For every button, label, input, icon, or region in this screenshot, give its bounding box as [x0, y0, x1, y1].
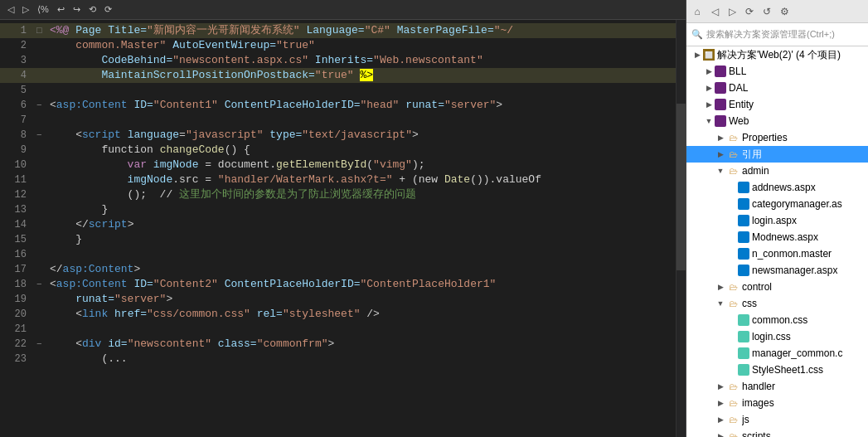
tree-item[interactable]: ▼Web	[686, 113, 868, 129]
search-label: 搜索解决方案资源管理器(Ctrl+;)	[706, 28, 835, 41]
toolbar-refresh2[interactable]: ⟳	[102, 3, 114, 16]
tree-item[interactable]: ▶🗁Properties	[686, 129, 868, 146]
line-content: </asp:Content>	[50, 262, 669, 277]
line-content: <div id="newscontent" class="commonfrm">	[50, 337, 669, 352]
code-lines[interactable]: 1□<%@ Page Title="新闻内容一光哥新闻发布系统" Languag…	[0, 20, 676, 437]
panel-refresh[interactable]: ↺	[759, 4, 774, 19]
line-content: var imgNode = document.getElementById("v…	[50, 158, 669, 172]
tree-item[interactable]: ▼🗁admin	[686, 163, 868, 179]
line-number: 20	[3, 307, 27, 322]
tree-item[interactable]: newsmanager.aspx	[686, 262, 868, 279]
tree-arrow-icon: ▶	[703, 99, 715, 110]
panel-home[interactable]: ⌂	[690, 4, 705, 19]
toolbar-back[interactable]: ◁	[5, 3, 17, 16]
aspx-icon	[738, 231, 749, 243]
code-line: 5	[0, 83, 676, 98]
tree-item-label: BLL	[729, 66, 746, 77]
line-content: imgNode.src = "handler/WaterMark.ashx?t=…	[50, 172, 669, 187]
line-number: 5	[3, 83, 27, 98]
toolbar-tag-open[interactable]: ⟨%	[35, 3, 51, 16]
folder-icon: 🗁	[726, 131, 739, 144]
css-icon	[738, 314, 749, 326]
collapse-icon[interactable]: −	[36, 128, 48, 143]
toolbar-undo[interactable]: ↩	[55, 3, 67, 16]
code-line: 20 <link href="css/common.css" rel="styl…	[0, 307, 676, 322]
line-content: <%@ Page Title="新闻内容一光哥新闻发布系统" Language=…	[50, 23, 669, 38]
panel-settings[interactable]: ⚙	[777, 4, 792, 19]
line-content: <script language="javascript" type="text…	[50, 128, 669, 143]
tree-item[interactable]: ▶Entity	[686, 96, 868, 113]
tree-item-label: manager_common.c	[752, 347, 842, 359]
tree-item[interactable]: categorymanager.as	[686, 196, 868, 212]
tree-item[interactable]: ▶DAL	[686, 80, 868, 96]
tree-arrow-icon: ▼	[715, 165, 726, 177]
tree-item-label: handler	[742, 381, 775, 392]
tree-item[interactable]: common.css	[686, 312, 868, 328]
line-content: <asp:Content ID="Content2" ContentPlaceH…	[50, 277, 669, 292]
panel-back[interactable]: ◁	[707, 4, 722, 19]
code-line: 16	[0, 247, 676, 262]
line-content: (); // 这里加个时间的参数是为了防止浏览器缓存的问题	[50, 187, 669, 202]
panel-forward[interactable]: ▷	[725, 4, 739, 19]
aspx-icon	[738, 215, 749, 226]
line-number: 10	[3, 158, 27, 172]
tree-item[interactable]: ▶🗁images	[686, 395, 868, 411]
collapse-icon[interactable]: □	[36, 23, 48, 38]
tree-arrow-icon	[726, 331, 738, 342]
tree-item[interactable]: ▶🗁引用	[686, 146, 868, 163]
tree-item[interactable]: ▶🗁scripts	[686, 428, 868, 437]
code-line: 10 var imgNode = document.getElementById…	[0, 158, 676, 172]
tree-item-label: categorymanager.as	[752, 198, 842, 210]
minimap	[676, 20, 686, 437]
tree-item[interactable]: Modnews.aspx	[686, 229, 868, 245]
line-number: 9	[3, 143, 27, 158]
tree-arrow-icon: ▶	[715, 281, 726, 293]
css-icon	[738, 364, 749, 376]
line-number: 1	[3, 23, 27, 38]
code-line: 17 </asp:Content>	[0, 262, 676, 277]
tree-item[interactable]: ▶🗁control	[686, 279, 868, 295]
line-number: 6	[3, 98, 27, 113]
line-content: MaintainScrollPositionOnPostback="true" …	[50, 68, 669, 83]
toolbar-redo[interactable]: ↪	[70, 3, 83, 16]
tree-item-label: admin	[742, 165, 769, 177]
collapse-icon[interactable]: −	[36, 98, 48, 113]
line-number: 8	[3, 128, 27, 143]
solution-explorer-panel: ⌂ ◁ ▷ ⟳ ↺ ⚙ 🔍 搜索解决方案资源管理器(Ctrl+;) ▶⬜解决方案…	[686, 0, 868, 437]
line-number: 4	[3, 68, 27, 83]
collapse-icon[interactable]: −	[36, 277, 48, 292]
solution-tree: ▶⬜解决方案'Web(2)' (4 个项目)▶BLL▶DAL▶Entity▼We…	[686, 46, 868, 437]
tree-item-label: js	[742, 414, 749, 425]
tree-item[interactable]: ▶🗁js	[686, 411, 868, 428]
tree-arrow-icon: ▶	[691, 49, 703, 61]
tree-item-label: Modnews.aspx	[752, 231, 818, 243]
tree-item[interactable]: ▼🗁css	[686, 295, 868, 312]
tree-arrow-icon: ▶	[703, 82, 715, 94]
tree-arrow-icon	[726, 215, 738, 226]
tree-item[interactable]: login.css	[686, 328, 868, 345]
tree-item[interactable]: ▶⬜解决方案'Web(2)' (4 个项目)	[686, 46, 868, 63]
toolbar-refresh1[interactable]: ⟲	[86, 3, 99, 16]
master-icon	[738, 248, 749, 260]
tree-item[interactable]: addnews.aspx	[686, 179, 868, 196]
tree-item[interactable]: ▶🗁handler	[686, 378, 868, 395]
tree-item[interactable]: ▶BLL	[686, 63, 868, 80]
tree-item-label: n_conmon.master	[752, 248, 832, 260]
tree-item[interactable]: manager_common.c	[686, 345, 868, 362]
folder-icon: 🗁	[726, 148, 739, 161]
tree-item[interactable]: login.aspx	[686, 212, 868, 229]
collapse-icon[interactable]: −	[36, 337, 48, 352]
panel-sync[interactable]: ⟳	[742, 4, 757, 19]
tree-arrow-icon: ▶	[715, 414, 726, 425]
line-number: 14	[3, 217, 27, 232]
line-content: <link href="css/common.css" rel="stylesh…	[50, 307, 669, 322]
tree-arrow-icon: ▶	[715, 148, 726, 160]
aspx-icon	[738, 198, 749, 210]
tree-item[interactable]: n_conmon.master	[686, 245, 868, 262]
tree-item[interactable]: StyleSheet1.css	[686, 362, 868, 378]
toolbar-forward[interactable]: ▷	[20, 3, 32, 16]
tree-item-label: newsmanager.aspx	[752, 265, 837, 276]
tree-arrow-icon: ▶	[703, 66, 715, 77]
code-line: 9 function changeCode() {	[0, 143, 676, 158]
line-number: 16	[3, 247, 27, 262]
